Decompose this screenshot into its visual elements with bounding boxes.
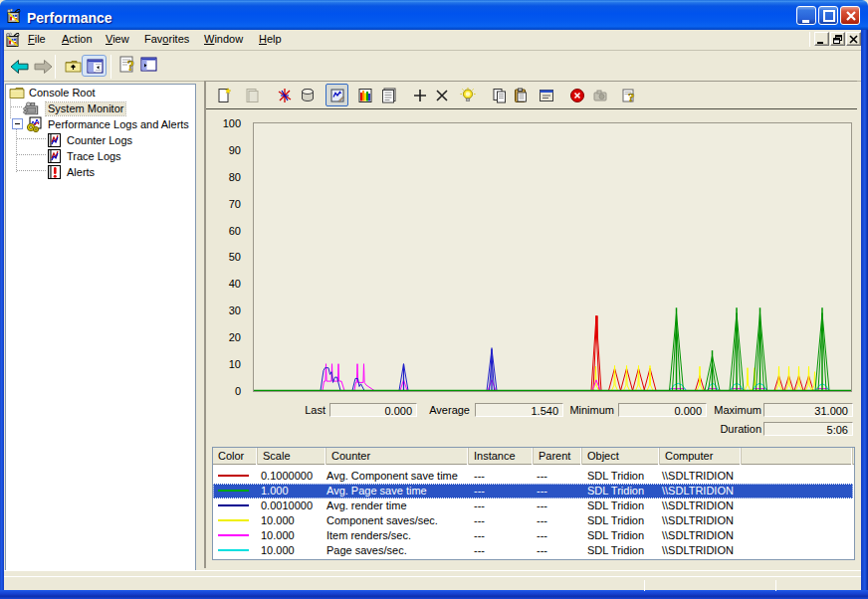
svg-text:?: ? [127, 59, 134, 74]
svg-text:?: ? [628, 90, 635, 103]
